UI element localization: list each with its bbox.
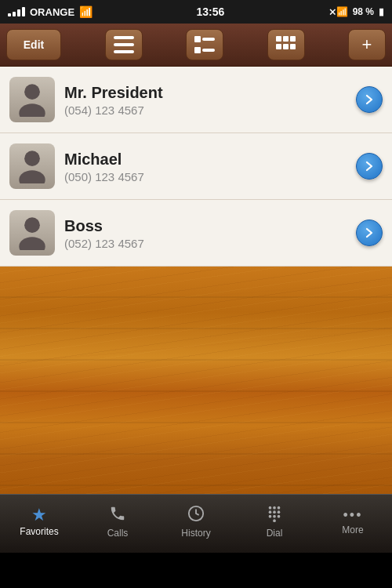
avatar-mr-president [9,77,55,122]
chevron-right-icon [364,94,375,105]
contact-info-michael: Michael (050) 123 4567 [55,150,356,183]
svg-rect-9 [290,36,296,42]
bluetooth-icon: ⨯📶 [328,6,348,17]
svg-rect-8 [283,36,289,42]
svg-point-25 [278,510,281,514]
svg-rect-0 [114,36,134,39]
tab-dial-label: Dial [267,528,283,539]
svg-rect-10 [276,44,281,49]
svg-rect-2 [114,50,134,53]
list-button[interactable] [186,29,223,60]
svg-rect-5 [194,47,201,53]
svg-point-16 [19,170,45,183]
svg-point-21 [273,506,276,510]
avatar-boss [9,210,55,256]
avatar-michael [9,143,55,189]
phone-icon [109,505,126,525]
svg-point-18 [19,237,45,250]
toolbar: Edit + [0,24,392,67]
svg-point-17 [24,217,40,233]
star-icon: ★ [31,506,47,524]
svg-point-26 [269,515,272,518]
contact-row[interactable]: Mr. President (054) 123 4567 [0,67,392,133]
contact-row[interactable]: Michael (050) 123 4567 [0,133,392,200]
svg-point-29 [273,519,276,522]
tab-calls-label: Calls [107,528,129,539]
phone-svg [109,505,126,522]
list-icon [194,36,215,53]
tab-favorites[interactable]: ★ Favorites [0,495,78,553]
person-icon [17,216,47,250]
tab-history-label: History [181,528,210,539]
svg-point-14 [19,103,45,117]
wood-grain-texture [0,267,392,494]
chevron-right-icon [364,161,375,172]
detail-arrow-mr-president[interactable] [356,86,383,113]
status-left: ORANGE 📶 [8,5,93,18]
svg-rect-6 [202,49,215,52]
wood-background [0,267,392,494]
list-dense-button[interactable] [105,29,143,60]
person-icon [17,149,47,183]
contact-info-mr-president: Mr. President (054) 123 4567 [55,83,356,117]
contact-info-boss: Boss (052) 123 4567 [55,216,356,250]
contacts-list: Mr. President (054) 123 4567 Michael (05… [0,67,392,267]
signal-bar-3 [17,9,20,16]
dialpad-svg [266,505,283,522]
edit-button[interactable]: Edit [6,29,61,60]
signal-bar-4 [22,7,25,16]
tab-more[interactable]: ••• More [314,495,392,553]
tab-calls[interactable]: Calls [78,495,157,553]
grid-icon [276,36,296,53]
more-icon: ••• [343,508,363,522]
status-time: 13:56 [196,5,224,18]
svg-point-28 [278,515,281,518]
clock-svg [187,505,205,522]
svg-point-27 [273,515,276,518]
svg-rect-12 [290,44,296,49]
signal-bar-2 [13,12,16,16]
person-icon [17,82,47,117]
tab-favorites-label: Favorites [20,526,58,537]
chevron-right-icon [364,227,375,238]
status-right: ⨯📶 98 % ▮ [328,6,384,17]
detail-arrow-boss[interactable] [356,220,383,246]
svg-point-13 [24,84,40,100]
battery-icon: ▮ [379,6,384,17]
svg-point-15 [24,151,40,166]
grid-button[interactable] [267,29,305,60]
tab-dial[interactable]: Dial [235,495,314,553]
svg-rect-7 [276,36,281,42]
svg-rect-1 [114,43,134,46]
svg-point-20 [269,506,272,510]
clock-icon [187,505,205,525]
svg-rect-4 [202,38,215,41]
carrier-name: ORANGE [30,6,74,18]
contact-name: Mr. President [64,83,356,102]
tab-history[interactable]: History [157,495,235,553]
svg-rect-3 [194,36,201,42]
svg-point-24 [273,510,276,514]
wifi-icon: 📶 [79,5,93,18]
svg-point-23 [269,510,272,514]
contact-name: Boss [64,216,356,235]
contact-name: Michael [64,150,356,169]
tab-more-label: More [342,524,363,535]
signal-bars [8,7,25,16]
status-bar: ORANGE 📶 13:56 ⨯📶 98 % ▮ [0,0,392,24]
contact-phone: (052) 123 4567 [64,237,356,250]
tab-bar: ★ Favorites Calls History Di [0,494,392,553]
svg-point-22 [278,506,281,510]
list-dense-icon [114,36,134,53]
contact-phone: (054) 123 4567 [64,103,356,117]
detail-arrow-michael[interactable] [356,153,383,180]
contact-phone: (050) 123 4567 [64,170,356,183]
contact-row[interactable]: Boss (052) 123 4567 [0,200,392,267]
battery-level: 98 % [353,6,374,17]
signal-bar-1 [8,13,11,16]
svg-rect-11 [283,44,289,49]
dialpad-icon [266,505,283,525]
add-contact-button[interactable]: + [348,29,386,60]
